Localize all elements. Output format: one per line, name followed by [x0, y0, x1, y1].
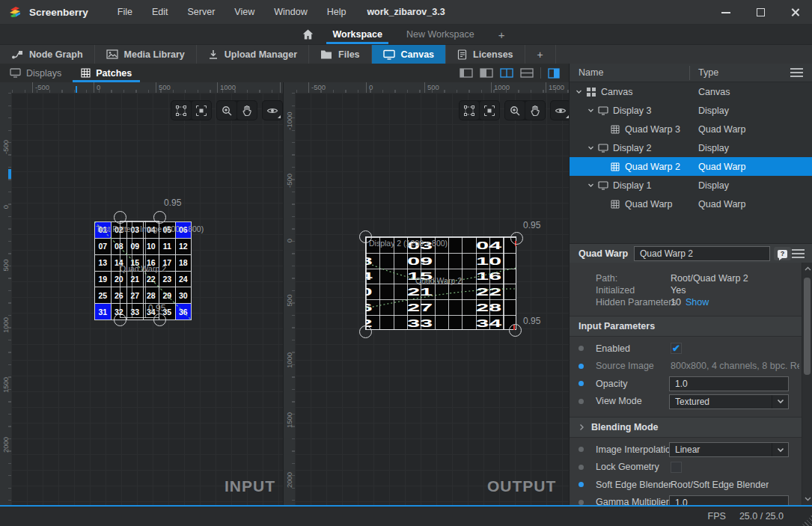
param-dot	[579, 381, 584, 386]
folder-icon	[320, 49, 332, 59]
param-dot	[579, 447, 584, 452]
param-source-image: Source Image 800x800, 4 channels, 8 bpc.…	[570, 358, 812, 376]
pattern-title-overlay: Test Pattern Image (800 x 800)	[96, 224, 204, 233]
column-type[interactable]: Type	[698, 67, 718, 78]
layout-split-left-icon[interactable]	[460, 68, 473, 78]
scrollbar-thumb[interactable]	[804, 278, 811, 375]
patch-tree: Canvas Canvas Display 3 Display Quad War…	[570, 82, 812, 243]
opacity-input[interactable]	[669, 376, 789, 391]
output-canvas-pane[interactable]: -500050010001500 -1000-50005001000150020…	[283, 82, 569, 505]
visibility-button[interactable]	[551, 101, 569, 120]
ruler-viewport-marker	[76, 86, 77, 93]
lock-geometry-checkbox[interactable]	[671, 462, 682, 473]
inspector-body: Path: Root/Quad Warp 2 Initialized Yes H…	[570, 263, 812, 516]
tree-row-quad-warp-3[interactable]: Quad Warp 3 Quad Warp	[570, 120, 812, 138]
view-mode-select[interactable]: Textured	[669, 394, 789, 409]
close-icon	[790, 7, 800, 17]
zoom-button[interactable]	[505, 101, 525, 120]
quad-warp-icon	[608, 200, 623, 209]
help-button[interactable]: ?	[774, 247, 791, 260]
tree-row-display-2[interactable]: Display 2 Display	[570, 138, 812, 157]
chevron-down-icon[interactable]	[573, 88, 584, 95]
menu-window[interactable]: Window	[264, 0, 317, 25]
warp-edit-button[interactable]	[460, 101, 479, 120]
warp-corner-handle[interactable]	[153, 211, 166, 224]
enabled-checkbox[interactable]: ✔	[671, 343, 682, 354]
tree-row-quad-warp-2-selected[interactable]: Quad Warp 2 Quad Warp	[570, 157, 812, 176]
quad-warp-icon	[608, 125, 623, 134]
warp-corner-handle[interactable]	[359, 230, 372, 243]
tab-new-workspace[interactable]: New Workspace	[396, 25, 485, 44]
warp-corner-handle[interactable]	[510, 232, 523, 245]
minimize-button[interactable]	[709, 0, 743, 25]
chevron-down-icon[interactable]	[585, 107, 596, 114]
menu-server[interactable]: Server	[178, 0, 225, 25]
warp-corner-handle[interactable]	[153, 314, 166, 326]
tree-row-display-3[interactable]: Display 3 Display	[570, 101, 812, 120]
add-workspace-button[interactable]: +	[488, 28, 516, 41]
layout-split-horizontal-icon[interactable]	[520, 68, 534, 78]
tab-node-graph[interactable]: Node Graph	[0, 45, 95, 64]
tab-displays[interactable]: Displays	[0, 64, 71, 82]
tab-upload-manager[interactable]: Upload Manager	[197, 45, 309, 64]
close-button[interactable]	[778, 0, 812, 25]
input-canvas-pane[interactable]: -500050010001 -5000500100015002000	[0, 82, 283, 505]
divider	[540, 67, 541, 79]
menu-view[interactable]: View	[225, 0, 264, 25]
inspector-scrollbar[interactable]	[802, 263, 812, 505]
add-module-tab-button[interactable]: +	[525, 45, 556, 64]
edge-value-top: 0.95	[523, 220, 540, 230]
output-horizontal-ruler: -500050010001500	[284, 82, 569, 93]
pan-button[interactable]	[237, 101, 257, 120]
zoom-button[interactable]	[217, 101, 236, 120]
tree-row-quad-warp[interactable]: Quad Warp Quad Warp	[570, 195, 812, 213]
layout-split-mid-icon[interactable]	[480, 68, 493, 78]
tab-workspace[interactable]: Workspace	[322, 25, 392, 44]
tab-files[interactable]: Files	[309, 45, 372, 64]
output-canvas-toolbar	[459, 100, 569, 120]
tab-patches[interactable]: Patches	[71, 64, 141, 82]
section-blending-mode[interactable]: Blending Mode	[570, 417, 812, 438]
patch-name-input[interactable]	[634, 246, 770, 261]
tab-canvas[interactable]: Canvas	[372, 45, 446, 64]
param-image-interpolation: Image Interpolation Linear	[570, 441, 812, 459]
chevron-down-icon[interactable]	[585, 182, 596, 189]
titlebar: Screenberry File Edit Server View Window…	[0, 0, 812, 25]
warp-corner-handle[interactable]	[114, 314, 126, 326]
tab-licenses[interactable]: Licenses	[446, 45, 525, 64]
fit-view-button[interactable]	[192, 101, 211, 120]
tree-row-canvas[interactable]: Canvas Canvas	[570, 82, 812, 101]
tab-media-library[interactable]: Media Library	[95, 45, 197, 64]
chevron-down-icon[interactable]	[585, 144, 596, 151]
column-name[interactable]: Name	[579, 67, 603, 78]
zoom-in-icon	[509, 105, 521, 117]
menu-file[interactable]: File	[108, 0, 142, 25]
image-interpolation-select[interactable]: Linear	[669, 442, 789, 457]
warp-corner-handle[interactable]	[359, 325, 372, 338]
panel-menu-icon[interactable]	[790, 72, 803, 73]
visibility-button[interactable]	[263, 101, 282, 120]
tree-row-display-1[interactable]: Display 1 Display	[570, 176, 812, 195]
menu-help[interactable]: Help	[317, 0, 356, 25]
patch-name-overlay: Quad Warp 2	[415, 276, 462, 285]
warp-corner-handle[interactable]	[509, 324, 522, 337]
menu-edit[interactable]: Edit	[142, 0, 178, 25]
scroll-down-arrow[interactable]	[802, 493, 812, 505]
maximize-button[interactable]	[743, 0, 778, 25]
help-bubble-icon: ?	[778, 250, 787, 258]
pan-button[interactable]	[525, 101, 545, 120]
warp-edit-button[interactable]	[171, 101, 191, 120]
inspector-menu-icon[interactable]	[792, 253, 805, 254]
param-dot	[579, 500, 584, 505]
scroll-up-arrow[interactable]	[802, 263, 812, 275]
fit-view-button[interactable]	[480, 101, 499, 120]
param-dot	[579, 465, 584, 470]
toggle-right-panel-icon[interactable]	[548, 68, 560, 79]
warp-corner-handle[interactable]	[114, 211, 126, 224]
patch-name-overlay: Quad Warp 2	[102, 264, 184, 273]
home-icon[interactable]	[296, 25, 319, 44]
dropdown-corner	[278, 115, 281, 118]
column-divider[interactable]	[689, 66, 690, 80]
layout-split-equal-icon[interactable]	[500, 68, 513, 78]
show-link[interactable]: Show	[686, 297, 709, 308]
